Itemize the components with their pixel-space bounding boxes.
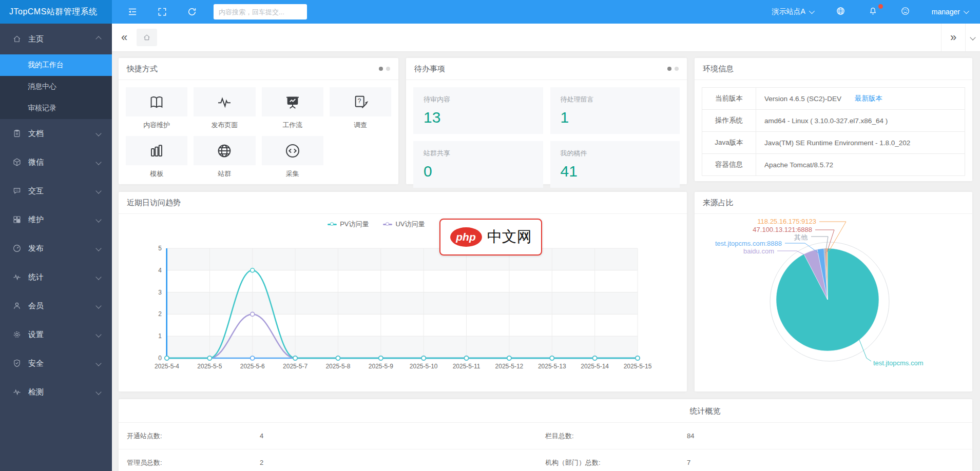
- sidebar-item-maintenance[interactable]: 维护: [0, 205, 112, 234]
- php-cn-watermark: php 中文网: [439, 219, 542, 256]
- sidebar-item-monitoring[interactable]: 检测: [0, 378, 112, 406]
- carousel-dot[interactable]: [386, 67, 390, 71]
- sidebar-item-publish[interactable]: 发布: [0, 234, 112, 263]
- tabs-scroll-right-button[interactable]: »: [941, 24, 965, 51]
- stat-value: 4: [260, 432, 545, 440]
- chevron-down-icon: [95, 303, 101, 308]
- legend-marker: [383, 224, 392, 225]
- pie-label: test.jtopcms.com: [873, 359, 924, 367]
- legend-marker: [328, 224, 337, 225]
- todo-my-drafts[interactable]: 我的稿件 41: [550, 141, 680, 188]
- shortcut-survey[interactable]: 调查: [330, 87, 391, 130]
- shortcut-content-maintenance[interactable]: 内容维护: [126, 87, 187, 130]
- stats-row: 统计概览 开通站点数: 4 栏目总数: 84 管理员总数: 2 机构（部门）总数…: [119, 399, 972, 471]
- tabs-scroll-left-button[interactable]: «: [112, 31, 137, 44]
- carousel-dot-active[interactable]: [379, 67, 383, 71]
- chevron-down-icon: [95, 274, 101, 280]
- chevron-down-icon: [95, 331, 101, 337]
- todo-site-sharing[interactable]: 站群共享 0: [413, 141, 543, 188]
- home-tab[interactable]: [137, 29, 157, 46]
- sidebar-item-home[interactable]: 主页: [0, 24, 112, 54]
- stat-label: 开通站点数:: [119, 431, 260, 441]
- submenu-item-messages[interactable]: 消息中心: [0, 76, 112, 97]
- todo-grid: 待审内容 13 待处理留言 1 站群共享 0 我的稿件 41: [406, 80, 687, 195]
- stats-overview-card: 统计概览 开通站点数: 4 栏目总数: 84 管理员总数: 2 机构（部门）总数…: [119, 399, 972, 471]
- tabbar: « »: [112, 24, 980, 51]
- svg-text:2025-5-14: 2025-5-14: [581, 363, 609, 370]
- pie-label: 47.100.13.121:6888: [753, 226, 812, 233]
- gear-icon: [12, 330, 22, 339]
- table-row: 操作系统 amd64 - Linux ( 3.10.0-327.el7.x86_…: [702, 110, 965, 132]
- refresh-icon[interactable]: [187, 7, 197, 17]
- table-row: 开通站点数: 4 栏目总数: 84: [119, 423, 972, 449]
- theme-button[interactable]: [900, 6, 910, 17]
- blocks-icon: [12, 215, 22, 224]
- user-menu[interactable]: manager: [932, 8, 968, 16]
- notifications-button[interactable]: [868, 6, 878, 17]
- shortcut-collection[interactable]: 采集: [262, 136, 323, 179]
- todo-value: 41: [561, 163, 670, 180]
- home-icon: [12, 34, 22, 44]
- code-icon: [284, 143, 301, 159]
- sidebar-item-interaction[interactable]: 交互: [0, 176, 112, 205]
- chart-legend: PV访问量 UV访问量 IP访问量: [119, 220, 687, 229]
- home-submenu: 我的工作台 消息中心 审核记录: [0, 54, 112, 119]
- svg-text:2025-5-5: 2025-5-5: [197, 363, 222, 370]
- search-input[interactable]: [214, 4, 307, 19]
- table-row: Java版本 Java(TM) SE Runtime Environment -…: [702, 132, 965, 154]
- sidebar-item-members[interactable]: 会员: [0, 291, 112, 320]
- shortcut-publish-page[interactable]: 发布页面: [194, 87, 255, 130]
- sidebar-toggle-icon[interactable]: [127, 7, 138, 17]
- card-header: 来源占比: [695, 192, 972, 214]
- svg-text:2025-5-10: 2025-5-10: [410, 363, 438, 370]
- pie-label: baidu.com: [743, 247, 774, 255]
- sidebar-item-label: 主页: [28, 34, 44, 44]
- todo-pending-content[interactable]: 待审内容 13: [413, 87, 543, 134]
- todo-value: 1: [561, 109, 670, 126]
- site-selector[interactable]: 演示站点A: [772, 7, 813, 16]
- sidebar-item-wechat[interactable]: 微信: [0, 148, 112, 176]
- carousel-dot[interactable]: [675, 67, 679, 71]
- pulse-icon: [12, 387, 22, 397]
- tabs-menu-button[interactable]: [965, 24, 980, 51]
- svg-text:3: 3: [158, 289, 162, 296]
- shortcut-site-group[interactable]: 站群: [194, 136, 255, 179]
- php-logo: php: [450, 227, 482, 247]
- stat-label: 管理员总数:: [119, 458, 260, 467]
- carousel-dots: [667, 67, 679, 71]
- shortcuts-grid: 内容维护 发布页面 工作流 调查: [119, 80, 398, 179]
- latest-version-link[interactable]: 最新版本: [855, 94, 882, 103]
- content-search: [214, 4, 307, 19]
- chevron-down-icon: [964, 8, 969, 14]
- chart-row: 近期日访问趋势 PV访问量 UV访问量: [119, 192, 972, 391]
- card-title: 近期日访问趋势: [127, 198, 181, 208]
- submenu-item-audit-log[interactable]: 审核记录: [0, 97, 112, 119]
- globe-icon: [216, 143, 233, 159]
- environment-table: 当前版本 Version 4.6.5 (SC2)-DEV 最新版本 操作系统 a…: [702, 87, 965, 176]
- pie-label: 118.25.16.175:9123: [757, 218, 816, 225]
- svg-text:4: 4: [158, 267, 162, 274]
- line-chart-canvas[interactable]: 0123452025-5-42025-5-52025-5-62025-5-720…: [119, 213, 687, 391]
- language-button[interactable]: [836, 6, 846, 17]
- submenu-item-workbench[interactable]: 我的工作台: [0, 54, 112, 76]
- sidebar-item-security[interactable]: 安全: [0, 349, 112, 378]
- svg-text:2025-5-13: 2025-5-13: [538, 363, 566, 370]
- todo-card: 待办事项 待审内容 13 待处理留言 1: [406, 58, 687, 184]
- fullscreen-icon[interactable]: [157, 7, 167, 17]
- svg-text:0: 0: [158, 355, 162, 362]
- pulse-icon: [216, 94, 233, 110]
- table-row: 当前版本 Version 4.6.5 (SC2)-DEV 最新版本: [702, 88, 965, 110]
- todo-pending-comments[interactable]: 待处理留言 1: [550, 87, 680, 134]
- sidebar-item-statistics[interactable]: 统计: [0, 263, 112, 291]
- sidebar-item-settings[interactable]: 设置: [0, 320, 112, 349]
- shortcut-workflow[interactable]: 工作流: [262, 87, 323, 130]
- legend-pv[interactable]: PV访问量: [328, 220, 369, 229]
- home-icon: [143, 33, 151, 42]
- sidebar: 主页 我的工作台 消息中心 审核记录 文档 微信 交互 维护 发布: [0, 24, 112, 471]
- carousel-dot-active[interactable]: [667, 67, 671, 71]
- carousel-dots: [379, 67, 390, 71]
- site-selector-label: 演示站点A: [772, 7, 805, 16]
- legend-uv[interactable]: UV访问量: [383, 220, 425, 229]
- shortcut-templates[interactable]: 模板: [126, 136, 187, 179]
- sidebar-item-documents[interactable]: 文档: [0, 119, 112, 148]
